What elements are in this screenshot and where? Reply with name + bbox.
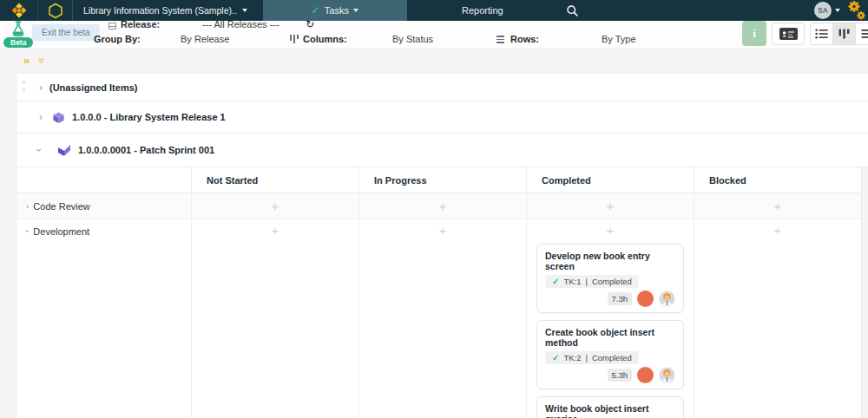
add-card-icon[interactable]	[607, 219, 615, 242]
column-header-in-progress: In Progress	[358, 167, 526, 193]
card-status: Completed	[592, 353, 632, 362]
assignee-avatar[interactable]	[659, 367, 675, 383]
checkmark-icon: ✓	[552, 353, 559, 362]
navbar-spacer	[588, 0, 814, 21]
board-toolbar: Beta Exit the beta Release: --- All Rele…	[0, 21, 868, 49]
column-header-completed: Completed	[526, 167, 694, 193]
panel-mini-chevrons: » »	[22, 79, 25, 93]
kanban-icon	[838, 29, 851, 39]
group-row-sprint[interactable]: › 1.0.0.0.0001 - Patch Sprint 001	[17, 134, 868, 167]
cell-code-review-not-started	[191, 193, 358, 219]
card-title: Write book object insert queries	[545, 403, 675, 418]
cell-code-review-in-progress	[358, 193, 526, 219]
search-icon	[566, 4, 579, 17]
group-row-release[interactable]: › 1.0.0.0 - Library System Release 1	[17, 101, 868, 134]
add-card-icon[interactable]	[774, 219, 782, 242]
workspace-selector[interactable]: Library Information System (Sample)..	[73, 0, 256, 21]
rows-icon	[496, 36, 504, 43]
card-id: TK:2	[563, 353, 581, 362]
rows-label: Rows:	[510, 34, 539, 44]
kanban-row-code-review: › Code Review	[17, 193, 861, 219]
badge-separator: |	[585, 277, 587, 286]
card-title: Develop new book entry screen	[545, 251, 675, 271]
align-left-icon	[861, 29, 868, 39]
card-hours: 5.3h	[608, 369, 633, 382]
group-label: 1.0.0.0 - Library System Release 1	[72, 112, 226, 122]
add-card-icon[interactable]	[439, 219, 447, 242]
cell-development-in-progress	[358, 219, 526, 418]
sprint-flag-icon	[57, 144, 71, 157]
chevron-down-icon[interactable]: ›	[33, 148, 45, 152]
mini-collapse-icon[interactable]: »	[20, 88, 27, 91]
task-card[interactable]: Write book object insert queries ✓ TK:3 …	[536, 396, 684, 418]
mini-expand-icon[interactable]: »	[22, 79, 25, 86]
release-grid-icon	[108, 21, 116, 31]
collapse-all-icon[interactable]: »	[36, 57, 49, 63]
workspace-hexagon-icon[interactable]	[38, 0, 73, 21]
group-label: (Unassigned Items)	[49, 82, 137, 93]
task-card[interactable]: Develop new book entry screen ✓ TK:1 | C…	[536, 244, 684, 313]
chevron-right-icon[interactable]: ›	[39, 82, 43, 94]
row-label-column-header	[17, 167, 191, 193]
add-card-icon[interactable]	[607, 197, 615, 216]
card-status: Completed	[592, 277, 632, 286]
checkmark-icon: ✓	[312, 4, 320, 16]
chevron-down-icon	[242, 9, 247, 12]
gears-icon	[847, 0, 866, 21]
checkmark-icon: ✓	[552, 277, 559, 286]
card-hours: 7.3h	[608, 292, 633, 305]
add-card-icon[interactable]	[272, 219, 279, 242]
card-status-badge: ✓ TK:1 | Completed	[545, 275, 639, 288]
task-card[interactable]: Create book object insert method ✓ TK:2 …	[536, 320, 684, 389]
chevron-down-icon[interactable]: ›	[23, 230, 32, 232]
beta-badge: Beta	[3, 37, 33, 48]
cell-development-not-started	[191, 219, 358, 418]
assignee-avatar[interactable]	[659, 291, 675, 307]
row-label: Code Review	[33, 201, 89, 212]
list-icon	[815, 29, 828, 39]
user-menu-caret-icon[interactable]	[835, 9, 840, 12]
kanban-header-row: Not Started In Progress Completed Blocke…	[17, 167, 861, 193]
settings-gears-icon[interactable]	[845, 0, 868, 21]
card-stack: Develop new book entry screen ✓ TK:1 | C…	[536, 244, 684, 418]
list-view-toggle[interactable]	[811, 23, 833, 44]
kanban-view-toggle[interactable]	[833, 23, 856, 44]
columns-dropdown[interactable]: By Status	[392, 34, 433, 44]
group-label: 1.0.0.0.0001 - Patch Sprint 001	[78, 145, 214, 155]
search-button[interactable]	[558, 0, 588, 21]
tab-reporting-label: Reporting	[462, 5, 503, 16]
priority-dot	[637, 291, 654, 307]
add-card-icon[interactable]	[439, 197, 447, 216]
release-cube-icon	[52, 111, 65, 124]
kanban-grid: Not Started In Progress Completed Blocke…	[17, 167, 862, 418]
add-card-icon[interactable]	[272, 197, 279, 216]
top-navbar: Library Information System (Sample).. ✓ …	[0, 0, 868, 21]
cube-cluster-logo	[10, 2, 28, 19]
contact-card-button[interactable]	[772, 23, 805, 45]
expand-all-icon[interactable]: »	[23, 54, 30, 67]
chevron-right-icon[interactable]: ›	[39, 111, 43, 123]
tab-tasks[interactable]: ✓ Tasks	[263, 0, 407, 21]
tab-reporting[interactable]: Reporting	[407, 0, 558, 21]
group-by-label: Group By:	[94, 34, 141, 44]
chevron-right-icon[interactable]: ›	[26, 201, 29, 211]
add-card-icon[interactable]	[774, 197, 782, 216]
chevron-down-icon	[353, 9, 358, 12]
group-by-dropdown[interactable]: By Release	[181, 34, 229, 44]
workspace-name: Library Information System (Sample)..	[83, 5, 237, 16]
app-logo-icon[interactable]	[0, 0, 38, 21]
info-button[interactable]: i	[742, 21, 766, 46]
app-window: Library Information System (Sample).. ✓ …	[0, 0, 868, 418]
card-id: TK:1	[563, 277, 581, 286]
cell-development-blocked	[694, 219, 861, 418]
user-avatar[interactable]: SA	[814, 2, 832, 19]
card-title: Create book object insert method	[545, 327, 675, 348]
lines-view-toggle[interactable]	[856, 23, 868, 44]
row-label: Development	[33, 226, 89, 237]
card-footer: 7.3h	[545, 291, 675, 307]
view-toggle-group	[810, 23, 868, 45]
kanban-row-development: › Development Develop new book entry scr…	[17, 219, 861, 418]
column-header-not-started: Not Started	[191, 167, 358, 193]
rows-dropdown[interactable]: By Type	[602, 34, 636, 44]
group-row-unassigned[interactable]: » » › (Unassigned Items)	[17, 73, 868, 101]
